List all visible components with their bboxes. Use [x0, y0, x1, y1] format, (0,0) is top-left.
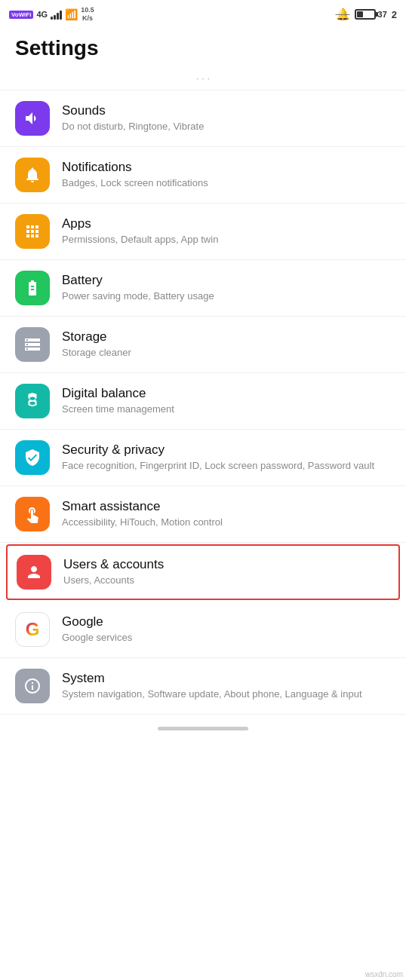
digital-balance-icon: [24, 393, 41, 409]
digital-balance-subtitle: Screen time management: [62, 403, 391, 416]
battery-icon: [355, 9, 376, 20]
status-bar: VoWiFi 4G 📶 10.5K/s 🔔 37 2: [0, 0, 406, 27]
digital-balance-icon: [15, 384, 50, 418]
digital-balance-text: Digital balance Screen time management: [62, 386, 391, 416]
settings-item-smart-assistance[interactable]: Smart assistance Accessibility, HiTouch,…: [0, 486, 406, 543]
notifications-text: Notifications Badges, Lock screen notifi…: [62, 160, 391, 190]
system-icon: [15, 669, 50, 703]
storage-subtitle: Storage cleaner: [62, 346, 391, 360]
users-accounts-text: Users & accounts Users, Accounts: [63, 557, 389, 587]
storage-text: Storage Storage cleaner: [62, 329, 391, 360]
battery-subtitle: Power saving mode, Battery usage: [62, 289, 391, 303]
users-accounts-subtitle: Users, Accounts: [63, 574, 389, 587]
smart-assistance-title: Smart assistance: [62, 499, 391, 514]
apps-icon: [23, 222, 42, 240]
page-title: Settings: [15, 36, 391, 60]
users-accounts-icon: [25, 563, 43, 581]
security-icon: [23, 449, 42, 467]
google-text: Google Google services: [62, 614, 391, 645]
status-right: 🔔 37 2: [336, 8, 397, 21]
security-privacy-title: Security & privacy: [62, 443, 391, 458]
settings-item-users-accounts[interactable]: Users & accounts Users, Accounts: [6, 544, 400, 600]
settings-item-notifications[interactable]: Notifications Badges, Lock screen notifi…: [0, 147, 406, 204]
smart-assistance-subtitle: Accessibility, HiTouch, Motion control: [62, 516, 391, 529]
nav-pill: [158, 727, 248, 730]
google-icon: G: [26, 619, 40, 640]
sounds-icon: [15, 101, 50, 136]
security-privacy-icon: [15, 440, 50, 475]
storage-icon: [15, 327, 50, 362]
battery-icon: [15, 271, 50, 305]
speed-text: 10.5K/s: [81, 6, 94, 23]
notifications-icon: [23, 166, 42, 184]
google-subtitle: Google services: [62, 631, 391, 645]
security-privacy-subtitle: Face recognition, Fingerprint ID, Lock s…: [62, 459, 391, 473]
storage-icon: [23, 335, 42, 354]
battery-settings-icon: [23, 279, 42, 297]
battery-percent: 37: [378, 10, 387, 19]
notifications-icon: [15, 158, 50, 192]
storage-title: Storage: [62, 329, 391, 345]
page-title-container: Settings: [0, 27, 406, 66]
battery-container: 37: [355, 9, 387, 20]
sounds-text: Sounds Do not disturb, Ringtone, Vibrate: [62, 103, 391, 133]
settings-list: Sounds Do not disturb, Ringtone, Vibrate…: [0, 90, 406, 715]
apps-text: Apps Permissions, Default apps, App twin: [62, 216, 391, 247]
status-left: VoWiFi 4G 📶 10.5K/s: [9, 6, 94, 23]
sounds-subtitle: Do not disturb, Ringtone, Vibrate: [62, 120, 391, 133]
signal-strength: 2: [392, 9, 397, 20]
system-text: System System navigation, Software updat…: [62, 671, 391, 701]
google-title: Google: [62, 614, 391, 629]
vowifi-indicator: VoWiFi: [9, 11, 33, 19]
settings-item-sounds[interactable]: Sounds Do not disturb, Ringtone, Vibrate: [0, 90, 406, 147]
settings-item-storage[interactable]: Storage Storage cleaner: [0, 317, 406, 373]
settings-item-digital-balance[interactable]: Digital balance Screen time management: [0, 373, 406, 430]
settings-item-security-privacy[interactable]: Security & privacy Face recognition, Fin…: [0, 430, 406, 486]
system-subtitle: System navigation, Software update, Abou…: [62, 688, 391, 701]
smart-assistance-icon: [23, 505, 42, 523]
notification-bell-icon: 🔔: [336, 8, 350, 21]
apps-subtitle: Permissions, Default apps, App twin: [62, 233, 391, 247]
wifi-icon: 📶: [65, 8, 78, 20]
sound-icon: [23, 109, 42, 127]
settings-item-google[interactable]: G Google Google services: [0, 602, 406, 658]
nav-indicator: [0, 715, 406, 746]
network-type: 4G: [36, 10, 48, 19]
battery-text: Battery Power saving mode, Battery usage: [62, 273, 391, 303]
settings-item-battery[interactable]: Battery Power saving mode, Battery usage: [0, 260, 406, 317]
notifications-subtitle: Badges, Lock screen notifications: [62, 176, 391, 190]
battery-title: Battery: [62, 273, 391, 288]
apps-title: Apps: [62, 216, 391, 231]
smart-assistance-icon: [15, 497, 50, 531]
watermark: wsxdn.com: [365, 970, 403, 978]
digital-balance-title: Digital balance: [62, 386, 391, 401]
system-title: System: [62, 671, 391, 686]
security-privacy-text: Security & privacy Face recognition, Fin…: [62, 443, 391, 473]
settings-item-system[interactable]: System System navigation, Software updat…: [0, 658, 406, 715]
system-icon: [23, 677, 42, 695]
sounds-title: Sounds: [62, 103, 391, 118]
settings-item-apps[interactable]: Apps Permissions, Default apps, App twin: [0, 204, 406, 260]
partial-item: · · ·: [0, 66, 406, 90]
notifications-title: Notifications: [62, 160, 391, 175]
google-icon: G: [15, 612, 50, 647]
signal-bars: [51, 9, 62, 20]
users-accounts-title: Users & accounts: [63, 557, 389, 572]
smart-assistance-text: Smart assistance Accessibility, HiTouch,…: [62, 499, 391, 529]
users-accounts-icon: [17, 555, 51, 590]
apps-icon: [15, 214, 50, 249]
